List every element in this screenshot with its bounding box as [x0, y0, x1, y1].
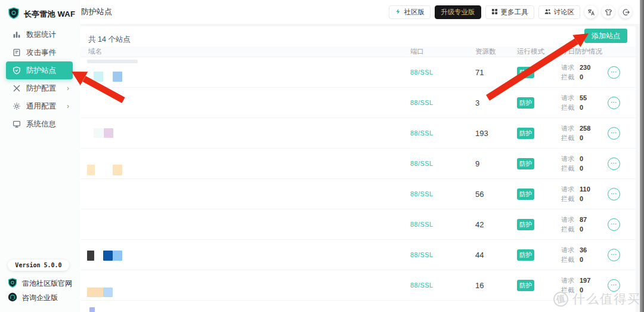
site-port-link[interactable]: 88/SSL — [410, 251, 475, 258]
topbar: 防护站点 社区版 升级专业版 更多工具 讨论区 — [80, 0, 644, 24]
sidebar-item-system-info[interactable]: 系统信息 — [6, 115, 73, 133]
requests-line: 请求110 — [561, 184, 606, 194]
sidebar-item-label: 攻击事件 — [26, 48, 56, 58]
today-protection-stats: 请求258拦截0 — [561, 123, 606, 143]
row-actions: ··· — [606, 188, 636, 200]
more-actions-button[interactable]: ··· — [608, 157, 620, 170]
requests-value: 55 — [580, 94, 587, 101]
today-protection-stats: 请求197拦截0 — [561, 276, 606, 295]
requests-value: 258 — [580, 125, 590, 132]
content-area: 共 14 个站点 添加站点 域名端口资源数运行模式今日防护情况 88/SSL71… — [80, 24, 644, 312]
lightning-icon — [395, 8, 401, 16]
blocked-line: 拦截0 — [561, 133, 606, 143]
chevron-right-icon: › — [67, 85, 69, 92]
row-actions: ··· — [606, 249, 636, 261]
blocked-label: 拦截 — [561, 134, 574, 141]
row-actions: ··· — [606, 66, 636, 79]
column-header: 端口 — [410, 47, 475, 56]
site-port-link[interactable]: 88/SSL — [410, 99, 475, 106]
protection-mode-badge: 防护 — [517, 219, 534, 230]
more-actions-button[interactable]: ··· — [608, 218, 620, 231]
upgrade-pro-button[interactable]: 升级专业版 — [435, 5, 481, 19]
site-port-link[interactable]: 88/SSL — [410, 282, 475, 289]
site-domain-cell — [88, 149, 410, 178]
tshirt-icon[interactable] — [602, 5, 615, 18]
blocked-value: 0 — [580, 73, 583, 81]
sidebar-item-attack-events[interactable]: 攻击事件 — [6, 44, 73, 61]
requests-line: 请求0 — [561, 154, 606, 163]
footer-link-community-site[interactable]: 雷池社区版官网 — [8, 276, 80, 291]
row-actions: ··· — [606, 279, 636, 292]
requests-value: 197 — [580, 277, 590, 284]
resource-count: 193 — [475, 129, 517, 138]
blocked-label: 拦截 — [561, 256, 574, 263]
blocked-label: 拦截 — [561, 286, 574, 294]
site-port-link[interactable]: 88/SSL — [410, 190, 475, 197]
brand-title: 长亭雷池 WAF — [24, 9, 75, 20]
redacted-domain-text — [87, 60, 138, 63]
blocked-label: 拦截 — [561, 104, 574, 111]
requests-label: 请求 — [561, 186, 574, 193]
requests-line: 请求258 — [561, 123, 606, 133]
more-actions-button[interactable]: ··· — [608, 188, 620, 200]
today-protection-stats: 请求110拦截0 — [561, 184, 606, 203]
site-domain-cell — [88, 209, 410, 239]
add-site-button[interactable]: 添加站点 — [584, 29, 627, 43]
protection-mode-badge: 防护 — [517, 128, 534, 139]
blocked-value: 0 — [580, 225, 583, 233]
site-port-link[interactable]: 88/SSL — [410, 69, 475, 76]
footer-link-enterprise[interactable]: 咨询企业版 — [8, 291, 80, 305]
more-actions-button[interactable]: ··· — [608, 249, 620, 261]
more-actions-button[interactable]: ··· — [608, 97, 620, 109]
more-actions-button[interactable]: ··· — [608, 66, 620, 79]
requests-label: 请求 — [561, 277, 574, 284]
protection-mode-badge: 防护 — [517, 249, 534, 261]
blocked-label: 拦截 — [561, 165, 574, 172]
blocked-value: 0 — [580, 165, 583, 172]
today-protection-stats: 请求0拦截0 — [561, 154, 606, 173]
logout-icon[interactable] — [619, 5, 632, 18]
upgrade-pro-label: 升级专业版 — [441, 8, 475, 17]
sidebar-item-label: 系统信息 — [26, 119, 56, 129]
site-domain-cell — [88, 57, 410, 87]
sidebar-item-protected-sites[interactable]: 防护站点 — [6, 61, 73, 79]
community-edition-badge: 社区版 — [389, 5, 431, 19]
requests-value: 87 — [580, 216, 587, 223]
site-domain-cell — [88, 270, 410, 300]
row-actions: ··· — [606, 127, 636, 140]
today-protection-stats: 请求230拦截0 — [561, 63, 606, 82]
main-area: 防护站点 社区版 升级专业版 更多工具 讨论区 — [80, 0, 644, 312]
site-port-link[interactable]: 88/SSL — [410, 221, 475, 228]
sidebar-item-label: 数据统计 — [26, 30, 56, 40]
blocked-line: 拦截0 — [561, 72, 606, 82]
more-actions-button[interactable]: ··· — [608, 279, 620, 292]
requests-label: 请求 — [561, 155, 574, 162]
translate-icon[interactable] — [584, 5, 597, 18]
sidebar-item-label: 防护站点 — [26, 66, 56, 76]
resource-count: 3 — [475, 98, 517, 107]
today-protection-stats: 请求36拦截0 — [561, 245, 606, 264]
resource-count: 71 — [475, 68, 517, 77]
sidebar-footer: Version 5.0.0 雷池社区版官网咨询企业版 — [0, 260, 80, 312]
table-row: 88/SSL16防护请求197拦截0··· — [80, 270, 636, 301]
blocked-line: 拦截0 — [561, 163, 606, 173]
more-tools-button[interactable]: 更多工具 — [485, 5, 534, 19]
forum-button[interactable]: 讨论区 — [538, 5, 581, 19]
tools-icon — [13, 84, 21, 92]
sites-card: 共 14 个站点 添加站点 域名端口资源数运行模式今日防护情况 88/SSL71… — [80, 26, 636, 312]
site-port-link[interactable]: 88/SSL — [410, 160, 475, 167]
more-actions-button[interactable]: ··· — [608, 127, 620, 140]
table-row — [80, 301, 636, 312]
requests-line: 请求87 — [561, 215, 606, 224]
sidebar-item-general-config[interactable]: 通用配置› — [6, 97, 73, 115]
blocked-line: 拦截0 — [561, 194, 606, 203]
sidebar: 长亭雷池 WAF 数据统计攻击事件防护站点防护配置›通用配置›系统信息 Vers… — [0, 0, 80, 312]
site-port-link[interactable]: 88/SSL — [410, 129, 475, 137]
vertical-scrollbar[interactable] — [640, 0, 644, 312]
blocked-value: 0 — [580, 286, 583, 294]
requests-label: 请求 — [561, 246, 574, 254]
redacted-favicon-block — [104, 128, 113, 138]
sidebar-item-protection-config[interactable]: 防护配置› — [6, 79, 73, 97]
sidebar-item-statistics[interactable]: 数据统计 — [6, 26, 73, 44]
column-header: 运行模式 — [517, 47, 561, 56]
